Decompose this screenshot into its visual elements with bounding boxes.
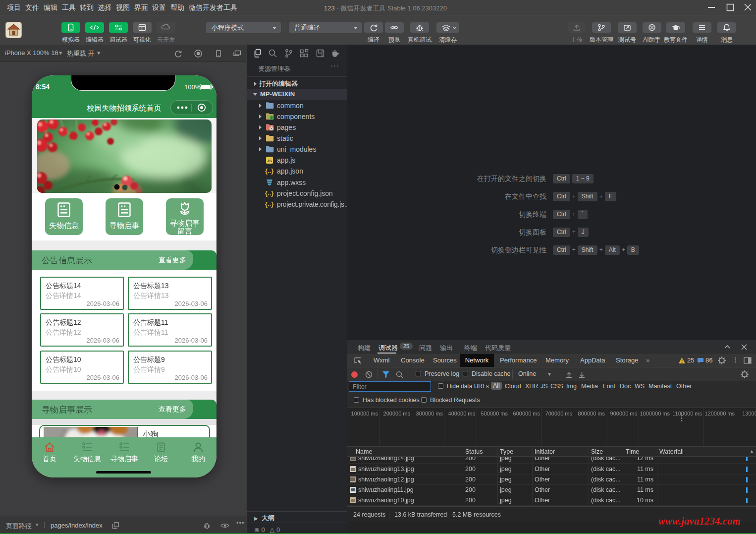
svg-text:JS: JS bbox=[267, 159, 272, 163]
